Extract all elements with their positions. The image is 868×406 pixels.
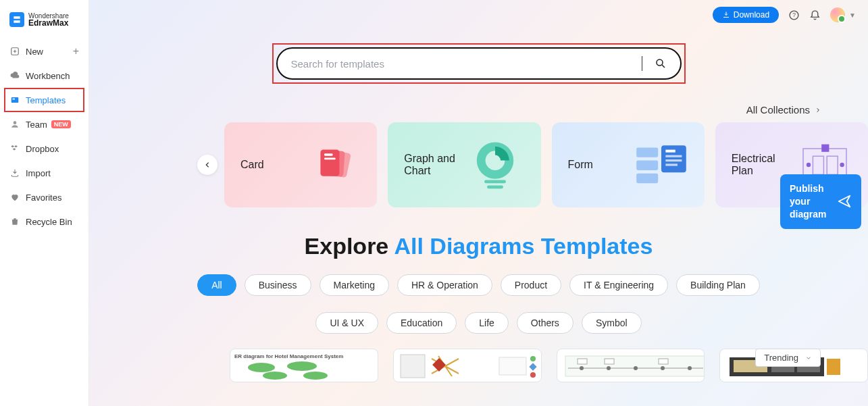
svg-rect-54 [827, 359, 840, 375]
filter-building[interactable]: Building Plan [676, 274, 760, 296]
download-icon [722, 11, 730, 19]
collection-card-card[interactable]: Card [224, 122, 377, 207]
nav: New + Workbench Templates Team NEW Dropb… [0, 39, 88, 234]
new-badge: NEW [51, 120, 71, 128]
svg-point-46 [688, 366, 692, 370]
chevron-down-icon [805, 355, 812, 361]
sort-label: Trending [764, 353, 798, 363]
svg-rect-36 [499, 357, 526, 375]
svg-point-32 [303, 372, 328, 380]
svg-text:?: ? [792, 11, 796, 18]
publish-diagram-button[interactable]: Publish your diagram [780, 174, 861, 229]
filter-marketing[interactable]: Marketing [320, 274, 389, 296]
template-card[interactable]: ER diagram for Hotel Management System [230, 349, 378, 382]
logo[interactable]: Wondershare EdrawMax [0, 5, 88, 39]
heart-icon [9, 192, 20, 203]
filter-education[interactable]: Education [386, 312, 457, 334]
user-icon [9, 119, 20, 130]
download-label: Download [734, 10, 769, 20]
svg-point-44 [634, 366, 638, 370]
sidebar-label: Favorites [26, 193, 61, 203]
all-collections-link[interactable]: All Collections [89, 84, 868, 122]
sidebar: Wondershare EdrawMax New + Workbench Tem… [0, 0, 89, 406]
search-highlight [272, 43, 686, 84]
download-button[interactable]: Download [713, 7, 779, 23]
sidebar-item-workbench[interactable]: Workbench [0, 64, 88, 88]
logo-text: Wondershare EdrawMax [28, 12, 69, 27]
svg-point-30 [287, 361, 317, 371]
svg-rect-49 [659, 359, 668, 364]
filter-life[interactable]: Life [465, 312, 509, 334]
filter-uiux[interactable]: UI & UX [315, 312, 378, 334]
explore-prefix: Explore [305, 233, 394, 259]
sidebar-item-recyclebin[interactable]: Recycle Bin [0, 209, 88, 234]
svg-point-45 [661, 366, 665, 370]
sidebar-label: New [26, 47, 43, 57]
filter-business[interactable]: Business [245, 274, 311, 296]
search-input[interactable] [291, 58, 630, 70]
svg-rect-20 [665, 155, 682, 157]
avatar[interactable] [830, 7, 845, 22]
sidebar-item-favorites[interactable]: Favorites [0, 185, 88, 209]
logo-icon [9, 12, 24, 27]
svg-point-6 [657, 59, 663, 66]
filter-product[interactable]: Product [501, 274, 561, 296]
bell-icon[interactable] [809, 9, 821, 21]
filter-symbol[interactable]: Symbol [582, 312, 642, 334]
plus-square-icon [9, 46, 20, 57]
collection-card-graph[interactable]: Graph and Chart [388, 122, 540, 207]
sidebar-label: Templates [26, 95, 66, 105]
card-label: Graph and Chart [404, 153, 470, 177]
collection-card-form[interactable]: Form [552, 122, 705, 207]
svg-rect-47 [578, 359, 587, 364]
import-icon [9, 168, 20, 178]
template-card[interactable] [393, 349, 542, 382]
template-card[interactable] [557, 349, 705, 382]
svg-rect-16 [636, 161, 658, 170]
explore-blue: All Diagrams Templates [394, 233, 653, 259]
all-collections-label: All Collections [746, 104, 810, 116]
svg-rect-33 [401, 355, 425, 378]
svg-point-28 [840, 163, 844, 167]
chevron-right-icon [815, 106, 821, 114]
explore-heading: Explore All Diagrams Templates [89, 233, 868, 259]
search-box[interactable] [276, 47, 682, 80]
svg-rect-2 [13, 99, 16, 100]
sidebar-item-templates[interactable]: Templates [4, 88, 84, 112]
card-stack-icon [307, 138, 361, 192]
svg-point-43 [607, 366, 611, 370]
svg-rect-1 [11, 97, 19, 103]
filter-hr[interactable]: HR & Operation [397, 274, 492, 296]
help-icon[interactable]: ? [788, 9, 800, 21]
svg-rect-21 [665, 159, 682, 161]
sidebar-item-team[interactable]: Team NEW [0, 112, 88, 136]
topbar: Download ? ▼ [89, 0, 868, 30]
carousel-prev-button[interactable] [197, 155, 218, 175]
svg-rect-25 [813, 156, 823, 174]
sort-dropdown[interactable]: Trending [755, 349, 821, 367]
filter-others[interactable]: Others [517, 312, 573, 334]
svg-point-31 [263, 372, 287, 380]
sidebar-label: Team [26, 120, 47, 130]
trash-icon [9, 216, 20, 227]
card-label: Form [568, 159, 593, 171]
filter-it[interactable]: IT & Engineering [569, 274, 668, 296]
svg-rect-14 [487, 185, 503, 188]
chevron-down-icon[interactable]: ▼ [849, 11, 856, 19]
template-title: ER diagram for Hotel Management System [234, 353, 374, 359]
svg-rect-38 [529, 363, 536, 370]
add-icon[interactable]: + [73, 45, 79, 57]
sidebar-item-import[interactable]: Import [0, 161, 88, 185]
main: Download ? ▼ All Collections Card Graph … [89, 0, 868, 406]
cloud-icon [9, 70, 20, 81]
filter-all[interactable]: All [197, 274, 236, 296]
collections-carousel: Card Graph and Chart Form Electrical Pla… [89, 122, 868, 207]
sidebar-item-dropbox[interactable]: Dropbox [0, 136, 88, 161]
sidebar-label: Dropbox [26, 144, 59, 154]
divider [642, 56, 642, 71]
svg-rect-24 [821, 145, 829, 152]
form-icon [634, 138, 688, 192]
sidebar-item-new[interactable]: New + [0, 39, 88, 64]
svg-rect-18 [661, 145, 686, 172]
search-icon[interactable] [655, 57, 667, 70]
